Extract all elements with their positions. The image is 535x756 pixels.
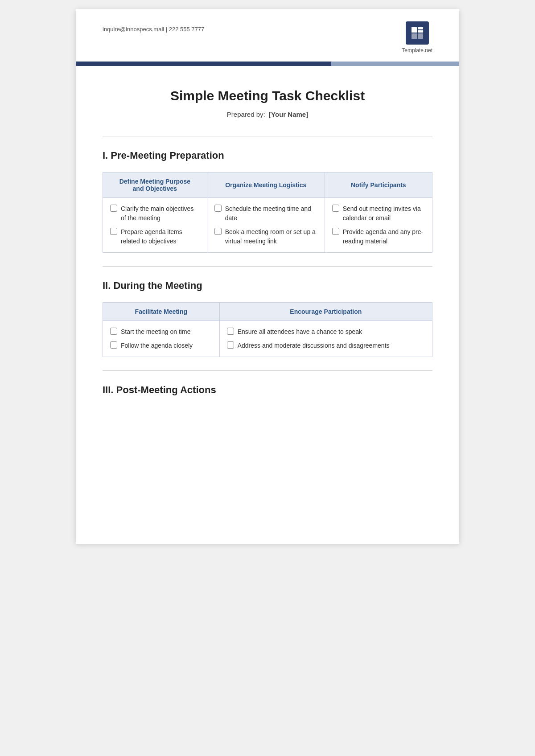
svg-rect-2 (418, 30, 423, 33)
divider-1 (103, 136, 432, 136)
section-title-1: I. Pre-Meeting Preparation (103, 150, 432, 161)
pre-meeting-table: Define Meeting Purposeand Objectives Org… (103, 172, 432, 253)
svg-rect-1 (418, 27, 423, 29)
col-header-facilitate: Facilitate Meeting (103, 303, 220, 321)
during-meeting-table: Facilitate Meeting Encourage Participati… (103, 302, 432, 357)
check-text: Prepare agenda items related to objectiv… (121, 227, 200, 246)
logo-label: Template.net (402, 47, 432, 53)
check-item: Start the meeting on time (110, 327, 212, 337)
page-header: inquire@innospecs.mail | 222 555 7777 Te… (76, 9, 459, 62)
check-item: Follow the agenda closely (110, 341, 212, 350)
svg-rect-3 (412, 33, 417, 39)
check-text: Address and moderate discussions and dis… (238, 341, 390, 350)
checkbox[interactable] (227, 328, 234, 335)
color-bar (76, 62, 459, 66)
col-header-1: Define Meeting Purposeand Objectives (103, 173, 207, 198)
check-item: Send out meeting invites via calendar or… (332, 204, 425, 223)
section-title-3: III. Post-Meeting Actions (103, 384, 432, 396)
section-during-meeting: II. During the Meeting Facilitate Meetin… (103, 280, 432, 357)
logo-area: Template.net (402, 21, 432, 53)
col-cell-2: Schedule the meeting time and date Book … (207, 198, 325, 253)
check-text: Book a meeting room or set up a virtual … (225, 227, 317, 246)
document-page: inquire@innospecs.mail | 222 555 7777 Te… (76, 9, 459, 544)
check-item: Schedule the meeting time and date (214, 204, 317, 223)
check-text: Schedule the meeting time and date (225, 204, 317, 223)
checkbox[interactable] (110, 205, 117, 212)
check-text: Follow the agenda closely (121, 341, 193, 350)
document-title: Simple Meeting Task Checklist (103, 88, 432, 103)
section-pre-meeting: I. Pre-Meeting Preparation Define Meetin… (103, 150, 432, 253)
check-item: Clarify the main objectives of the meeti… (110, 204, 200, 223)
prepared-by-label: Prepared by: (227, 111, 265, 118)
prepared-by-value: [Your Name] (269, 111, 308, 118)
col-header-3: Notify Participants (325, 173, 432, 198)
bar-light (331, 62, 459, 66)
section-title-2: II. During the Meeting (103, 280, 432, 292)
check-item: Prepare agenda items related to objectiv… (110, 227, 200, 246)
col-cell-1: Clarify the main objectives of the meeti… (103, 198, 207, 253)
checkbox[interactable] (227, 341, 234, 349)
checkbox[interactable] (332, 205, 339, 212)
checkbox[interactable] (214, 228, 222, 235)
contact-info: inquire@innospecs.mail | 222 555 7777 (103, 26, 204, 33)
prepared-by: Prepared by: [Your Name] (103, 111, 432, 118)
check-item: Provide agenda and any pre-reading mater… (332, 227, 425, 246)
main-content: Simple Meeting Task Checklist Prepared b… (76, 66, 459, 424)
checkbox[interactable] (110, 341, 117, 349)
svg-rect-0 (412, 27, 417, 33)
col-cell-facilitate: Start the meeting on time Follow the age… (103, 321, 220, 357)
col-header-participate: Encourage Participation (219, 303, 432, 321)
divider-2 (103, 266, 432, 267)
check-item: Ensure all attendees have a chance to sp… (227, 327, 425, 337)
check-text: Start the meeting on time (121, 327, 190, 337)
checkbox[interactable] (214, 205, 222, 212)
section-post-meeting: III. Post-Meeting Actions (103, 384, 432, 396)
check-text: Send out meeting invites via calendar or… (343, 204, 425, 223)
col-cell-participate: Ensure all attendees have a chance to sp… (219, 321, 432, 357)
bar-dark (76, 62, 331, 66)
col-header-2: Organize Meeting Logistics (207, 173, 325, 198)
divider-3 (103, 370, 432, 371)
checkbox[interactable] (110, 328, 117, 335)
svg-rect-4 (418, 33, 423, 39)
logo-icon (406, 21, 429, 45)
checkbox[interactable] (110, 228, 117, 235)
check-text: Provide agenda and any pre-reading mater… (343, 227, 425, 246)
col-cell-3: Send out meeting invites via calendar or… (325, 198, 432, 253)
templatenet-icon (411, 26, 424, 40)
check-text: Ensure all attendees have a chance to sp… (238, 327, 362, 337)
check-item: Book a meeting room or set up a virtual … (214, 227, 317, 246)
check-item: Address and moderate discussions and dis… (227, 341, 425, 350)
check-text: Clarify the main objectives of the meeti… (121, 204, 200, 223)
checkbox[interactable] (332, 228, 339, 235)
